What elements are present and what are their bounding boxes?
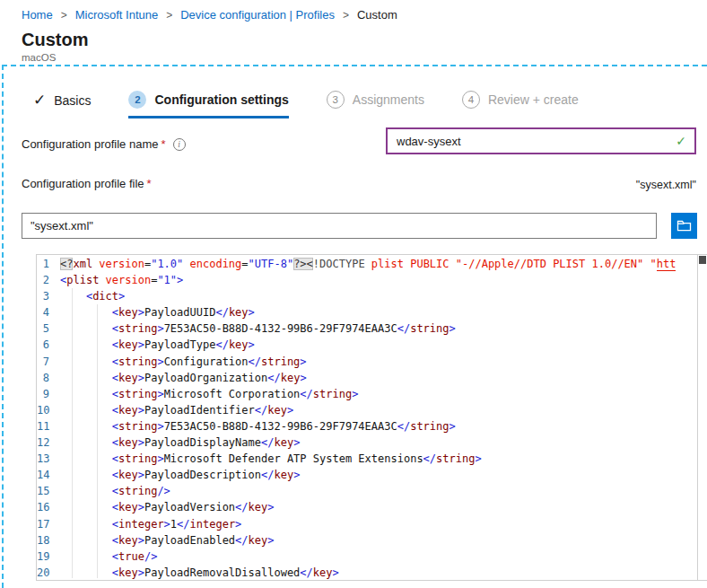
- step-label: Configuration settings: [154, 92, 288, 107]
- page-title: Custom: [22, 30, 88, 50]
- breadcrumb-separator-icon: >: [343, 9, 349, 22]
- code-line-content: <key>PayloadUUID</key>: [60, 304, 697, 320]
- config-profile-file-label: Configuration profile file*: [22, 177, 152, 190]
- breadcrumb-item-device-configuration-profiles[interactable]: Device configuration | Profiles: [180, 8, 335, 22]
- browse-file-button[interactable]: [671, 213, 697, 239]
- line-number: 11: [37, 418, 60, 434]
- code-line-content: <key>PayloadIdentifier</key>: [60, 402, 697, 418]
- breadcrumb: Home>Microsoft Intune>Device configurati…: [22, 8, 397, 22]
- step-label: Assignments: [353, 92, 424, 107]
- step-label: Basics: [54, 93, 91, 108]
- config-profile-name-input[interactable]: [388, 135, 676, 148]
- code-line-content: <key>PayloadRemovalDisallowed</key>: [60, 565, 697, 579]
- code-line-content: <key>PayloadEnabled</key>: [60, 532, 697, 549]
- line-number: 18: [37, 532, 60, 549]
- valid-check-icon: ✓: [676, 134, 694, 148]
- code-line: 1<?xml version="1.0" encoding="UTF-8"?><…: [37, 256, 697, 272]
- code-line-content: <key>PayloadDisplayName</key>: [60, 434, 697, 451]
- code-lines: 1<?xml version="1.0" encoding="UTF-8"?><…: [37, 256, 697, 579]
- code-line: 14 <key>PayloadDescription</key>: [37, 467, 697, 483]
- indent-guide: [97, 304, 98, 578]
- line-number: 17: [37, 516, 60, 532]
- code-line-content: <plist version="1">: [60, 272, 697, 288]
- code-line: 8 <key>PayloadOrganization</key>: [37, 370, 697, 386]
- code-line: 9 <string>Microsoft Corporation</string>: [37, 386, 697, 402]
- code-line-content: <dict>: [60, 288, 697, 304]
- config-profile-name-label: Configuration profile name* i: [22, 137, 186, 151]
- code-line-content: <string/>: [60, 483, 697, 499]
- step-number-badge: 3: [327, 91, 345, 109]
- code-line: 3 <dict>: [37, 288, 697, 304]
- code-line-content: <string>7E53AC50-B88D-4132-99B6-29F7974E…: [60, 418, 697, 434]
- code-line: 4 <key>PayloadUUID</key>: [37, 304, 697, 320]
- breadcrumb-item-microsoft-intune[interactable]: Microsoft Intune: [75, 8, 159, 22]
- code-line-content: <?xml version="1.0" encoding="UTF-8"?><!…: [60, 256, 697, 272]
- line-number: 2: [37, 272, 60, 288]
- line-number: 13: [37, 451, 60, 467]
- code-line: 5 <string>7E53AC50-B88D-4132-99B6-29F797…: [37, 320, 697, 337]
- code-line-content: <true/>: [60, 549, 697, 565]
- line-number: 19: [37, 549, 60, 565]
- code-line: 2<plist version="1">: [37, 272, 697, 288]
- folder-icon: [676, 219, 692, 233]
- config-profile-file-label-text: Configuration profile file: [22, 177, 144, 190]
- check-icon: ✓: [33, 91, 46, 110]
- breadcrumb-item-home[interactable]: Home: [22, 8, 53, 22]
- step-number-badge: 2: [128, 91, 146, 109]
- breadcrumb-item-custom: Custom: [357, 8, 397, 22]
- code-line: 7 <string>Configuration</string>: [37, 354, 697, 370]
- selected-file-name: "sysext.xml": [636, 179, 696, 191]
- code-line: 10 <key>PayloadIdentifier</key>: [37, 402, 697, 418]
- config-profile-name-input-wrap: ✓: [386, 127, 696, 154]
- line-number: 5: [37, 320, 60, 337]
- code-line-content: <string>Microsoft Defender ATP System Ex…: [60, 451, 697, 467]
- code-line: 16 <key>PayloadVersion</key>: [37, 499, 697, 515]
- line-number: 4: [37, 304, 60, 320]
- xml-code-editor[interactable]: 1<?xml version="1.0" encoding="UTF-8"?><…: [36, 254, 707, 581]
- code-line: 17 <integer>1</integer>: [37, 516, 697, 532]
- line-number: 12: [37, 434, 60, 451]
- code-line-content: <integer>1</integer>: [60, 516, 697, 532]
- code-line: 18 <key>PayloadEnabled</key>: [37, 532, 697, 549]
- code-line: 20 <key>PayloadRemovalDisallowed</key>: [37, 565, 697, 579]
- code-line-content: <key>PayloadVersion</key>: [60, 499, 697, 515]
- required-asterisk: *: [161, 137, 165, 151]
- code-line-content: <key>PayloadOrganization</key>: [60, 370, 697, 386]
- code-line: 6 <key>PayloadType</key>: [37, 337, 697, 353]
- wizard-steps: ✓Basics2Configuration settings3Assignmen…: [33, 91, 579, 118]
- wizard-step-assignments[interactable]: 3Assignments: [327, 91, 424, 118]
- code-line: 12 <key>PayloadDisplayName</key>: [37, 434, 697, 451]
- code-line: 13 <string>Microsoft Defender ATP System…: [37, 451, 697, 467]
- code-line: 19 <true/>: [37, 549, 697, 565]
- page-subtitle: macOS: [22, 52, 56, 63]
- code-line-content: <key>PayloadDescription</key>: [60, 467, 697, 483]
- line-number: 3: [37, 288, 60, 304]
- code-line-content: <string>Microsoft Corporation</string>: [60, 386, 697, 402]
- line-number: 9: [37, 386, 60, 402]
- config-profile-file-input[interactable]: [22, 213, 657, 239]
- wizard-step-configuration-settings[interactable]: 2Configuration settings: [128, 91, 288, 118]
- line-number: 20: [37, 565, 60, 579]
- editor-overview-ruler: [697, 255, 698, 580]
- config-profile-name-label-text: Configuration profile name: [22, 137, 158, 151]
- code-line-content: <string>Configuration</string>: [60, 354, 697, 370]
- code-line: 15 <string/>: [37, 483, 697, 499]
- info-icon[interactable]: i: [173, 138, 186, 151]
- line-number: 6: [37, 337, 60, 353]
- line-number: 15: [37, 483, 60, 499]
- editor-scroll-marker[interactable]: [699, 256, 706, 264]
- step-number-badge: 4: [462, 91, 480, 109]
- wizard-step-review-create[interactable]: 4Review + create: [462, 91, 579, 118]
- line-number: 14: [37, 467, 60, 483]
- breadcrumb-separator-icon: >: [166, 9, 172, 22]
- line-number: 8: [37, 370, 60, 386]
- code-line-content: <key>PayloadType</key>: [60, 337, 697, 353]
- code-line-content: <string>7E53AC50-B88D-4132-99B6-29F7974E…: [60, 320, 697, 337]
- code-line: 11 <string>7E53AC50-B88D-4132-99B6-29F79…: [37, 418, 697, 434]
- required-asterisk: *: [147, 177, 152, 190]
- indent-guide: [72, 288, 73, 578]
- step-label: Review + create: [488, 92, 579, 107]
- line-number: 1: [37, 256, 60, 272]
- wizard-step-basics[interactable]: ✓Basics: [33, 91, 91, 118]
- breadcrumb-separator-icon: >: [61, 9, 67, 22]
